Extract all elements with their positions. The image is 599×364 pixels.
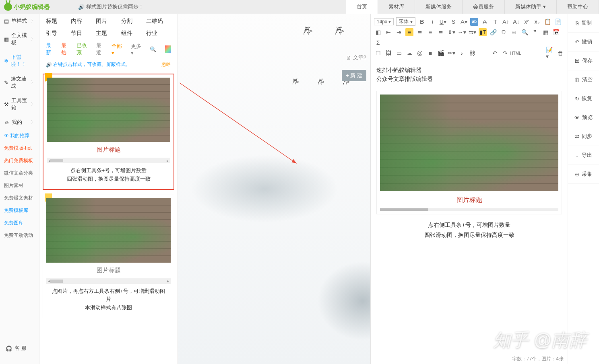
category-tab[interactable]: 行业 <box>146 30 171 37</box>
category-tab[interactable]: 分割 <box>121 18 146 25</box>
sidebar-sub-item[interactable]: 微信文章分类 <box>0 167 39 179</box>
chevron-right-icon[interactable]: ▸ <box>167 158 169 163</box>
style-card[interactable]: 图片标题 ◂▸ 点图片，再点右方工具条右侧+号，可增删滑动图片本滑动样式有八张图 <box>43 195 174 318</box>
sidebar-sub-item[interactable]: 免费互动活动 <box>0 229 39 242</box>
action-复制[interactable]: ⎘复制 <box>568 14 599 33</box>
indent-left-icon[interactable]: ⇤ <box>384 28 392 36</box>
font-size-select[interactable]: 14px ▾ <box>374 18 394 25</box>
font-up-icon[interactable]: A↑ <box>502 18 510 26</box>
chain-icon[interactable]: ⛓ <box>468 49 476 57</box>
brush-icon[interactable]: ✏▾ <box>447 49 455 57</box>
filter-fav[interactable]: 已收藏 <box>76 42 90 56</box>
action-恢复[interactable]: ↻恢复 <box>568 89 599 108</box>
sidebar-sub-item[interactable]: 免费图库 <box>0 217 39 229</box>
underline-icon[interactable]: U▾ <box>439 18 447 26</box>
category-tab[interactable]: 标题 <box>46 18 71 25</box>
topnav-item[interactable]: 新媒体服务 <box>415 0 463 14</box>
font-color-icon[interactable]: A▾ <box>460 18 468 26</box>
text-icon[interactable]: T <box>491 18 499 26</box>
spacing-icon[interactable]: ↔▾ <box>458 28 466 36</box>
category-tab[interactable]: 图片 <box>96 18 121 25</box>
paste-icon[interactable]: 📋 <box>543 18 551 26</box>
italic-icon[interactable]: I <box>428 18 436 26</box>
slider-thumb[interactable] <box>50 159 63 162</box>
sidebar-sub-item[interactable]: 图片素材 <box>0 179 39 192</box>
category-tab[interactable]: 节日 <box>71 30 96 37</box>
sidebar-item[interactable]: ▦全文模板〉 <box>0 28 39 50</box>
card-title[interactable]: 图片标题 <box>380 191 558 207</box>
letter-spacing-icon[interactable]: ⇆▾ <box>468 28 476 36</box>
align-left-icon[interactable]: ≡ <box>405 28 413 36</box>
customer-service-button[interactable]: 🎧 客 服 <box>6 345 27 352</box>
sidebar-sub-item[interactable]: 热门免费模板 <box>0 154 39 167</box>
action-保存[interactable]: 🖫保存 <box>568 51 599 70</box>
action-清空[interactable]: 🗑清空 <box>568 70 599 89</box>
filter-hot[interactable]: 最热 <box>61 42 70 56</box>
topnav-item[interactable]: 帮助中心 <box>557 0 599 14</box>
sidebar-sub-item[interactable]: 免费爆文素材 <box>0 192 39 204</box>
sidebar-item[interactable]: ❄下雪啦！！ <box>0 50 39 72</box>
scroll-indicator[interactable] <box>380 208 558 211</box>
action-采集[interactable]: ⊕采集 <box>568 165 599 184</box>
font-down-icon[interactable]: A↓ <box>512 18 520 26</box>
sidebar-sub-item[interactable]: 免费模板库 <box>0 204 39 217</box>
sidebar-sub-item[interactable]: 免费模版-hot <box>0 142 39 154</box>
slider-thumb[interactable] <box>50 280 63 283</box>
frame-icon[interactable]: ▭ <box>395 49 403 57</box>
film-icon[interactable]: 🎬 <box>437 49 445 57</box>
bg-color-icon[interactable]: ab <box>470 18 478 26</box>
edit-icon[interactable]: 📝▾ <box>546 49 554 57</box>
align-right-icon[interactable]: ≡ <box>426 28 434 36</box>
action-同步[interactable]: ⇄同步 <box>568 127 599 146</box>
filter-all[interactable]: 全部 ▾ <box>112 43 124 56</box>
at-icon[interactable]: @ <box>416 49 424 57</box>
link-icon[interactable]: 🔗 <box>489 28 497 36</box>
color-picker-icon[interactable] <box>165 45 171 53</box>
style-card[interactable]: 图片标题 ◂▸ 点右侧工具条+号，可增图片数量四张滑动图，换图尽量保持高度一致 <box>43 74 174 190</box>
subscript-icon[interactable]: x₂ <box>533 18 541 26</box>
topnav-item[interactable]: 新媒体助手 ▾ <box>505 0 557 14</box>
bold-icon[interactable]: B <box>418 18 426 26</box>
action-导出[interactable]: ⤓导出 <box>568 146 599 165</box>
search-icon[interactable]: 🔍 <box>521 28 529 36</box>
editor-body[interactable]: 速排小蚂蚁编辑器 公众号文章排版编辑器 图片标题 点右侧工具条+号，可增图片数量… <box>371 61 568 364</box>
document-tab[interactable]: 🗎 文章2 <box>346 54 366 61</box>
table-icon[interactable]: ▦ <box>541 28 549 36</box>
category-tab[interactable]: 主题 <box>96 30 121 37</box>
align-justify-icon[interactable]: ≣ <box>437 28 445 36</box>
category-tab[interactable]: 内容 <box>71 18 96 25</box>
calendar-icon[interactable]: 📅 <box>552 28 560 36</box>
filter-latest[interactable]: 最新 <box>46 42 55 56</box>
chevron-right-icon[interactable]: ▸ <box>167 279 169 283</box>
indent-right-icon[interactable]: ⇥ <box>395 28 403 36</box>
line-height-icon[interactable]: ⇕▾ <box>447 28 455 36</box>
card-image[interactable] <box>47 78 170 142</box>
font-family-select[interactable]: 宋体▾ <box>396 17 415 26</box>
filter-more[interactable]: 更多 ▾ <box>131 43 143 56</box>
music-icon[interactable]: ♪ <box>458 49 466 57</box>
filter-recent[interactable]: 最近 <box>96 42 105 56</box>
sidebar-item[interactable]: ✎爆文速成〉 <box>0 72 39 93</box>
sidebar-item[interactable]: ▤单样式〉 <box>0 14 39 28</box>
clear-format-icon[interactable]: A̶ <box>481 18 489 26</box>
undo-icon[interactable]: ↶ <box>491 49 499 57</box>
html-button[interactable]: HTML <box>512 49 520 57</box>
select-all-icon[interactable]: ☐ <box>374 49 382 57</box>
category-tab[interactable]: 二维码 <box>146 18 171 25</box>
app-logo[interactable]: 小蚂蚁编辑器 <box>0 3 54 11</box>
new-button[interactable]: + 新 建 <box>342 70 366 81</box>
emoji-icon[interactable]: ☺ <box>510 28 518 36</box>
highlight-icon[interactable]: ▮T <box>479 28 487 36</box>
slider-bar[interactable]: ◂▸ <box>47 158 170 163</box>
sum-icon[interactable]: Σ <box>374 39 382 47</box>
ignore-button[interactable]: 忽略 <box>161 61 171 68</box>
category-tab[interactable]: 组件 <box>121 30 146 37</box>
topnav-item[interactable]: 会员服务 <box>463 0 505 14</box>
video-icon[interactable]: ■ <box>426 49 434 57</box>
omega-icon[interactable]: Ω <box>500 28 508 36</box>
align-center-icon[interactable]: ≣ <box>416 28 424 36</box>
card-image[interactable] <box>46 198 171 263</box>
sidebar-sub-item[interactable]: 👁 我的推荐 <box>0 130 39 142</box>
redo-icon[interactable]: ↷ <box>501 49 509 57</box>
topnav-item[interactable]: 首页 <box>346 0 378 14</box>
